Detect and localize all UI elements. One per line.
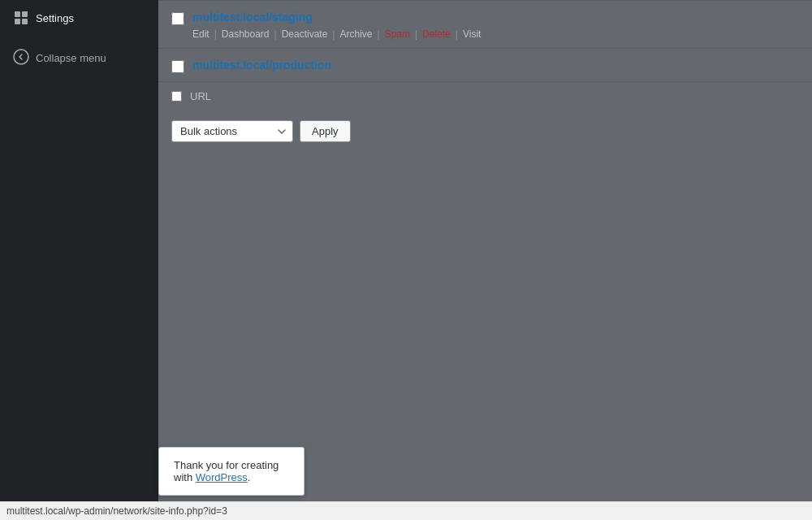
bulk-actions-row: Bulk actions Delete sites Spam sites Not…	[158, 110, 812, 152]
sidebar-item-settings[interactable]: Settings	[0, 0, 158, 36]
site-action-deactivate[interactable]: Deactivate	[282, 28, 328, 40]
site-action-delete[interactable]: Delete	[422, 28, 451, 40]
sidebar-collapse-menu[interactable]: Collapse menu	[0, 39, 158, 77]
site-row: multitest.local/staging Edit | Dashboard…	[158, 0, 812, 48]
site-action-dashboard[interactable]: Dashboard	[222, 28, 270, 40]
site-row: multitest.local/production	[158, 48, 812, 81]
site-checkbox-staging[interactable]	[171, 12, 184, 25]
site-actions-staging: Edit | Dashboard | Deactivate | Archive …	[192, 28, 799, 40]
site-url-production[interactable]: multitest.local/production	[192, 58, 331, 72]
site-url-staging[interactable]: multitest.local/staging	[192, 11, 313, 24]
url-column-label: URL	[190, 90, 211, 102]
status-bar: multitest.local/wp-admin/network/site-in…	[0, 501, 812, 520]
svg-rect-3	[22, 19, 28, 24]
apply-button[interactable]: Apply	[300, 120, 351, 142]
settings-label: Settings	[36, 12, 74, 24]
site-action-edit[interactable]: Edit	[192, 28, 209, 40]
thank-you-suffix: .	[248, 471, 251, 483]
site-checkbox-production[interactable]	[171, 60, 184, 73]
grid-icon	[13, 10, 29, 26]
site-action-archive[interactable]: Archive	[339, 28, 372, 40]
svg-rect-1	[22, 11, 28, 17]
svg-rect-2	[15, 19, 20, 24]
wordpress-link[interactable]: WordPress	[196, 471, 248, 483]
sites-table: multitest.local/staging Edit | Dashboard…	[158, 0, 812, 152]
status-url: multitest.local/wp-admin/network/site-in…	[6, 505, 227, 517]
thank-you-popup: Thank you for creating with WordPress.	[158, 447, 304, 496]
bottom-url-row: URL	[158, 81, 812, 110]
collapse-icon	[13, 49, 29, 67]
bulk-actions-select[interactable]: Bulk actions Delete sites Spam sites Not…	[171, 120, 293, 142]
collapse-label: Collapse menu	[36, 52, 106, 64]
select-all-bottom-checkbox[interactable]	[171, 91, 182, 102]
site-action-visit[interactable]: Visit	[463, 28, 481, 40]
svg-point-4	[14, 50, 28, 64]
main-content: multitest.local/staging Edit | Dashboard…	[158, 0, 812, 520]
sidebar: Settings Collapse menu	[0, 0, 158, 520]
site-action-spam[interactable]: Spam	[385, 28, 410, 40]
svg-rect-0	[15, 11, 20, 17]
